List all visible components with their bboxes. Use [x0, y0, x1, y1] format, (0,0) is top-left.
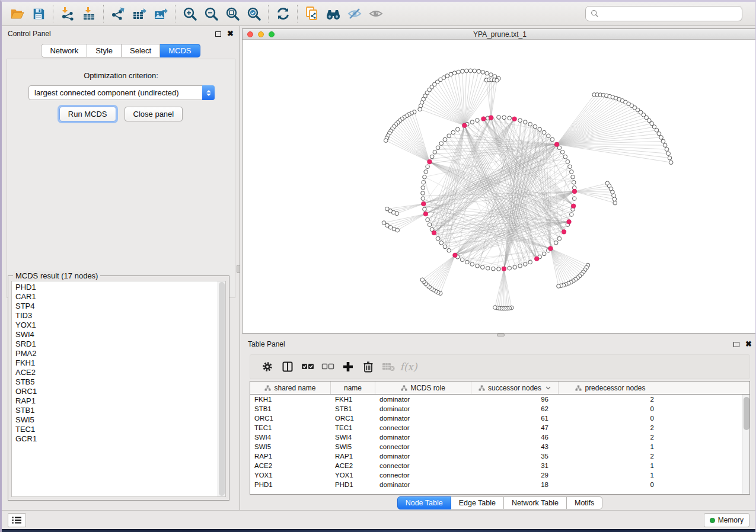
table-cell: dominator [375, 480, 471, 489]
float-table-panel-icon[interactable] [733, 342, 739, 347]
table-row[interactable]: FKH1FKH1dominator962 [250, 395, 742, 404]
tab-mcds[interactable]: MCDS [160, 44, 200, 57]
result-list-item[interactable]: PMA2 [15, 349, 217, 358]
result-list-item[interactable]: TID3 [15, 311, 217, 321]
zoom-fit-button[interactable] [222, 4, 243, 23]
tab-network[interactable]: Network [41, 44, 87, 57]
hide-selected-button[interactable] [344, 4, 365, 23]
gear-icon [261, 361, 273, 373]
table-row[interactable]: TEC1TEC1connector472 [250, 423, 742, 432]
result-list-item[interactable]: SRD1 [15, 339, 217, 349]
open-file-button[interactable] [7, 4, 27, 23]
result-list-item[interactable]: STP4 [15, 302, 217, 311]
import-table-button[interactable] [79, 4, 99, 23]
vertical-splitter-handle[interactable] [237, 265, 240, 273]
table-row[interactable]: RAP1RAP1dominator352 [250, 451, 742, 461]
table-row[interactable]: PHD1PHD1dominator180 [250, 480, 742, 489]
criterion-value: largest connected component (undirected) [29, 88, 202, 97]
close-panel-button[interactable]: Close panel [125, 107, 183, 121]
select-all-button[interactable] [299, 358, 317, 376]
column-header-name[interactable]: name [331, 382, 375, 394]
criterion-dropdown[interactable]: largest connected component (undirected) [28, 85, 215, 100]
result-list-item[interactable]: FKH1 [15, 358, 217, 368]
export-table-icon [132, 7, 148, 21]
result-list-item[interactable]: RAP1 [15, 396, 217, 406]
float-window-icon[interactable] [215, 31, 221, 37]
clone-network-button[interactable] [302, 4, 322, 23]
delete-table-button[interactable] [379, 358, 397, 376]
delete-row-button[interactable] [359, 358, 377, 376]
add-row-button[interactable] [339, 358, 357, 376]
tab-motifs[interactable]: Motifs [567, 496, 602, 509]
table-row[interactable]: STB1STB1dominator620 [250, 404, 742, 414]
table-toolbar: f(x) [250, 354, 750, 379]
search-field[interactable] [585, 6, 742, 21]
network-titlebar[interactable]: YPA_prune.txt_1 [243, 29, 756, 40]
search-input[interactable] [599, 9, 742, 18]
tab-node-table[interactable]: Node Table [397, 496, 451, 509]
table-settings-button[interactable] [259, 358, 276, 376]
result-list-item[interactable]: YOX1 [15, 321, 217, 330]
deselect-all-button[interactable] [319, 358, 337, 376]
result-list-item[interactable]: PHD1 [15, 283, 217, 292]
import-network-button[interactable] [58, 4, 78, 23]
deselect-all-icon [321, 362, 334, 371]
table-cell: 35 [471, 451, 559, 461]
find-network-button[interactable] [323, 4, 343, 23]
save-session-button[interactable] [28, 4, 49, 23]
search-icon [591, 9, 599, 18]
table-scrollbar[interactable] [742, 395, 749, 494]
result-list-scrollbar[interactable] [218, 281, 225, 496]
table-cell: connector [375, 442, 471, 451]
toolbar-separator [268, 5, 269, 23]
result-list-item[interactable]: ORC1 [15, 387, 217, 396]
trash-icon [363, 361, 374, 373]
tab-edge-table[interactable]: Edge Table [451, 496, 504, 509]
table-row[interactable]: ACE2ACE2connector311 [250, 461, 742, 470]
function-builder-button[interactable]: f(x) [400, 358, 417, 376]
task-history-button[interactable] [8, 513, 26, 527]
zoom-out-button[interactable] [201, 4, 221, 23]
table-cell: YOX1 [331, 470, 375, 480]
column-header-predecessor-nodes[interactable]: predecessor nodes [559, 382, 662, 394]
show-hidden-button[interactable] [366, 4, 386, 23]
tab-select[interactable]: Select [122, 44, 160, 57]
result-list-item[interactable]: GCR1 [15, 434, 217, 444]
table-row[interactable]: SWI5SWI5connector431 [250, 442, 742, 451]
refresh-view-button[interactable] [273, 4, 293, 23]
result-list-item[interactable]: SWI4 [15, 330, 217, 339]
export-network-button[interactable] [108, 4, 128, 23]
result-list-item[interactable]: SWI5 [15, 415, 217, 425]
tab-network-table[interactable]: Network Table [504, 496, 567, 509]
column-header-MCDS-role[interactable]: MCDS role [375, 382, 471, 394]
zoom-selected-button[interactable] [244, 4, 264, 23]
table-panel-title: Table Panel [248, 340, 285, 348]
memory-button[interactable]: Memory [704, 513, 749, 527]
zoom-in-button[interactable] [180, 4, 200, 23]
result-list-item[interactable]: STB5 [15, 377, 217, 387]
table-row[interactable]: YOX1YOX1connector291 [250, 470, 742, 480]
toolbar-separator [103, 5, 104, 23]
binoculars-icon [325, 7, 342, 20]
export-image-button[interactable] [151, 4, 171, 23]
result-list-item[interactable]: TEC1 [15, 425, 217, 434]
result-list-item[interactable]: CAR1 [15, 292, 217, 302]
table-cell: PHD1 [250, 480, 331, 489]
mcds-result-list[interactable]: PHD1CAR1STP4TID3YOX1SWI4SRD1PMA2FKH1ACE2… [11, 281, 226, 497]
result-list-item[interactable]: ACE2 [15, 368, 217, 377]
run-mcds-button[interactable]: Run MCDS [59, 107, 116, 121]
show-column-button[interactable] [279, 358, 296, 376]
table-row[interactable]: SWI4SWI4dominator462 [250, 432, 742, 442]
column-header-shared-name[interactable]: shared name [250, 382, 331, 394]
export-image-icon [153, 7, 169, 21]
result-list-item[interactable]: STB1 [15, 406, 217, 415]
table-row[interactable]: ORC1ORC1dominator610 [250, 414, 742, 423]
table-cell: PHD1 [331, 480, 375, 489]
close-panel-icon[interactable]: ✖ [227, 31, 234, 37]
export-table-button[interactable] [129, 4, 149, 23]
column-header-successor-nodes[interactable]: successor nodes [471, 382, 559, 394]
tab-style[interactable]: Style [87, 44, 122, 57]
network-canvas[interactable] [243, 40, 756, 333]
table-cell: 31 [471, 461, 559, 470]
close-table-panel-icon[interactable]: ✖ [745, 341, 752, 347]
